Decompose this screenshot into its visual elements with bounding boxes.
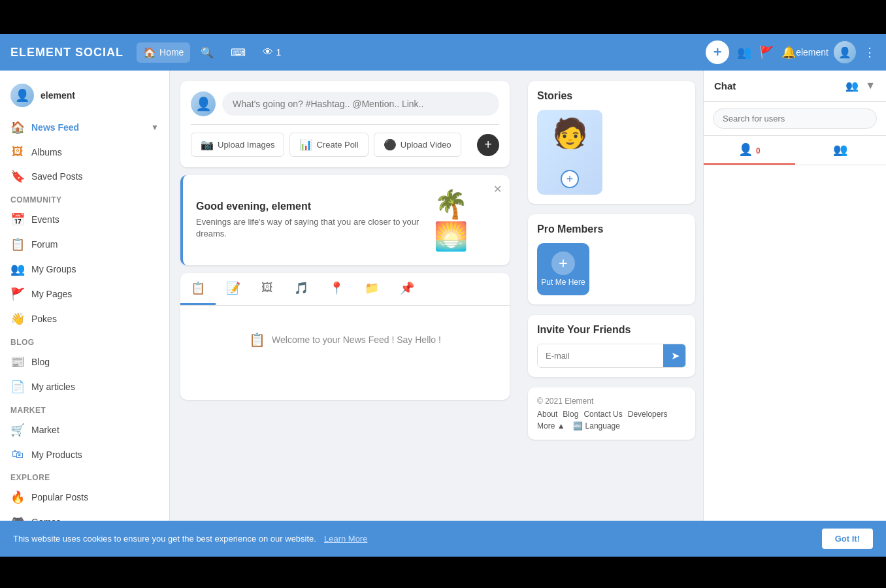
- chat-tab-groups[interactable]: 👥: [795, 136, 887, 165]
- sidebar-item-blog[interactable]: 📰 Blog: [0, 350, 169, 374]
- chat-header-icons: 👥 ▼: [845, 80, 876, 92]
- sidebar-item-pokes[interactable]: 👋 Pokes: [0, 306, 169, 331]
- invite-email-input[interactable]: [538, 344, 663, 367]
- post-tabs-nav: 📋 📝 🖼 🎵 📍 📁 📌: [180, 273, 510, 306]
- composer-input[interactable]: [222, 92, 499, 116]
- header: ELEMENT SOCIAL 🏠 Home 🔍 ⌨ 👁 1 + 👥 🚩 🔔 el…: [0, 34, 886, 71]
- cookie-learn-more[interactable]: Learn More: [324, 534, 367, 544]
- language-label: Language: [585, 421, 620, 431]
- chat-search-input[interactable]: [713, 108, 877, 129]
- bell-icon[interactable]: 🔔: [781, 45, 796, 59]
- news-feed-label: News Feed: [31, 122, 79, 133]
- upload-video-label: Upload Video: [401, 140, 451, 150]
- forum-icon: 📋: [10, 237, 25, 252]
- greeting-text: Good evening, element Evenings are life'…: [196, 201, 434, 240]
- blog-label: Blog: [31, 357, 50, 367]
- tab-location[interactable]: 📍: [319, 273, 354, 305]
- cookie-got-it-button[interactable]: Got It!: [822, 529, 873, 549]
- upload-images-button[interactable]: 📷 Upload Images: [191, 133, 284, 157]
- post-tabs-content: 📋 Welcome to your News Feed ! Say Hello …: [180, 306, 510, 400]
- sidebar-item-my-articles[interactable]: 📄 My articles: [0, 374, 169, 399]
- bottom-black-bar: [0, 557, 886, 588]
- sidebar-user[interactable]: 👤 element: [0, 78, 169, 115]
- chat-sidebar: Chat 👥 ▼ 👤 0 👥 What's happening No new a…: [703, 71, 886, 588]
- footer-link-developers[interactable]: Developers: [628, 410, 668, 419]
- add-friend-icon[interactable]: 👥: [845, 80, 859, 92]
- sidebar-item-market[interactable]: 🛒 Market: [0, 417, 169, 442]
- pro-members-widget: Pro Members + Put Me Here: [528, 214, 695, 304]
- video-icon: ⚫: [384, 139, 397, 151]
- composer-actions: 📷 Upload Images 📊 Create Poll ⚫ Upload V…: [191, 124, 499, 157]
- sidebar-right: Stories 🧑 + Pro Members + Put Me Here In…: [520, 71, 703, 588]
- cookie-message: This website uses cookies to ensure you …: [13, 534, 316, 544]
- sidebar-item-saved-posts[interactable]: 🔖 Saved Posts: [0, 164, 169, 189]
- footer-more[interactable]: More ▲: [537, 421, 565, 431]
- sidebar-item-forum[interactable]: 📋 Forum: [0, 232, 169, 257]
- chat-tabs: 👤 0 👥: [704, 136, 886, 165]
- nav-search[interactable]: 🔍: [194, 42, 220, 63]
- sidebar-item-my-pages[interactable]: 🚩 My Pages: [0, 282, 169, 306]
- close-greeting-button[interactable]: ✕: [493, 183, 502, 195]
- post-composer: 👤 📷 Upload Images 📊 Create Poll ⚫ Upload…: [180, 81, 510, 167]
- sidebar-item-my-products[interactable]: 🛍 My Products: [0, 442, 169, 466]
- story-add-button[interactable]: +: [561, 170, 579, 188]
- poll-icon: 📊: [299, 139, 312, 151]
- nav-keyboard[interactable]: ⌨: [224, 42, 252, 63]
- header-right: element 👤 ⋮: [796, 41, 876, 63]
- sidebar-item-events[interactable]: 📅 Events: [0, 207, 169, 232]
- tab-pin[interactable]: 📌: [389, 273, 425, 305]
- invite-send-button[interactable]: ➤: [663, 344, 686, 367]
- brand-logo: ELEMENT SOCIAL: [10, 46, 123, 59]
- sidebar-item-news-feed[interactable]: 🏠 News Feed ▼: [0, 115, 169, 140]
- stories-title: Stories: [537, 90, 686, 102]
- home-icon: 🏠: [143, 46, 156, 59]
- tab-text[interactable]: 📝: [216, 273, 251, 305]
- sidebar-item-popular-posts[interactable]: 🔥 Popular Posts: [0, 485, 169, 510]
- section-explore: Explore: [0, 466, 169, 485]
- more-options-button[interactable]: +: [477, 134, 499, 156]
- footer-links: About Blog Contact Us Developers: [537, 410, 686, 419]
- friends-icon[interactable]: 👥: [737, 45, 751, 59]
- popular-icon: 🔥: [10, 490, 25, 504]
- pro-member-card[interactable]: + Put Me Here: [537, 243, 589, 295]
- pro-put-here-label: Put Me Here: [541, 278, 585, 287]
- upload-video-button[interactable]: ⚫ Upload Video: [374, 133, 461, 157]
- more-options-icon[interactable]: ⋮: [864, 45, 876, 59]
- feed-empty-text: Welcome to your News Feed ! Say Hello !: [272, 335, 441, 345]
- add-button[interactable]: +: [706, 41, 729, 64]
- footer-link-contact[interactable]: Contact Us: [583, 410, 622, 419]
- footer-link-blog[interactable]: Blog: [563, 410, 578, 419]
- footer-language[interactable]: 🔤 Language: [573, 421, 620, 431]
- story-person-icon: 🧑: [552, 116, 588, 150]
- nav-eye[interactable]: 👁 1: [256, 42, 287, 62]
- tab-posts[interactable]: 📋: [180, 273, 216, 305]
- footer-widget: © 2021 Element About Blog Contact Us Dev…: [528, 387, 695, 440]
- market-label: Market: [31, 425, 59, 435]
- eye-count: 1: [276, 47, 281, 57]
- story-card[interactable]: 🧑 +: [537, 110, 602, 195]
- cookie-bar: This website uses cookies to ensure you …: [0, 521, 886, 557]
- news-feed-icon: 🏠: [10, 120, 25, 135]
- chat-tab-friends[interactable]: 👤 0: [704, 136, 795, 165]
- chat-empty: [704, 165, 886, 191]
- greeting-card: Good evening, element Evenings are life'…: [180, 175, 510, 265]
- footer-link-about[interactable]: About: [537, 410, 557, 419]
- saved-posts-label: Saved Posts: [31, 171, 83, 182]
- sidebar-item-albums[interactable]: 🖼 Albums: [0, 140, 169, 164]
- sidebar-item-my-groups[interactable]: 👥 My Groups: [0, 257, 169, 282]
- albums-label: Albums: [31, 147, 62, 157]
- language-icon: 🔤: [573, 421, 583, 431]
- my-pages-label: My Pages: [31, 289, 72, 299]
- flag-icon[interactable]: 🚩: [759, 45, 774, 59]
- sidebar-left: 👤 element 🏠 News Feed ▼ 🖼 Albums 🔖 Saved…: [0, 71, 170, 588]
- chat-chevron-icon[interactable]: ▼: [865, 80, 876, 92]
- greeting-emoji: 🌴🌅: [434, 188, 497, 252]
- user-profile[interactable]: element 👤: [796, 41, 856, 63]
- my-products-label: My Products: [31, 449, 82, 460]
- header-avatar: 👤: [834, 41, 856, 63]
- create-poll-button[interactable]: 📊 Create Poll: [289, 133, 368, 157]
- nav-home[interactable]: 🏠 Home: [137, 42, 190, 63]
- tab-images[interactable]: 🖼: [251, 273, 284, 305]
- tab-files[interactable]: 📁: [354, 273, 389, 305]
- tab-music[interactable]: 🎵: [284, 273, 319, 305]
